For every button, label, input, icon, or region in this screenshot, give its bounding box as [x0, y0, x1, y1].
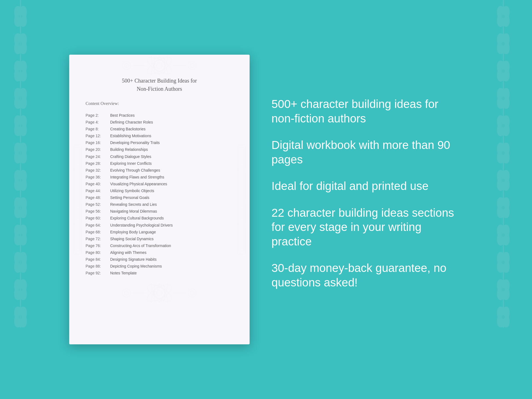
toc-entry-title: Best Practices — [110, 112, 135, 119]
toc-entry-title: Understanding Psychological Drivers — [110, 222, 173, 228]
svg-point-108 — [235, 164, 247, 180]
table-row: Page 60:Exploring Cultural Backgrounds — [86, 215, 233, 222]
svg-rect-102 — [75, 148, 80, 251]
feature-text: 22 character building ideas sections for… — [271, 206, 463, 249]
feature-item-5: 30-day money-back guarantee, no question… — [271, 261, 463, 290]
table-row: Page 68:Employing Body Language — [86, 229, 233, 236]
toc-page-num: Page 56: — [86, 208, 110, 215]
svg-point-0 — [12, 4, 30, 29]
toc-entry-title: Depicting Coping Mechanisms — [110, 263, 162, 269]
svg-point-120 — [124, 291, 129, 295]
features-panel: 500+ character building ideas for non-fi… — [271, 97, 463, 302]
toc-entry-title: Creating Backstories — [110, 126, 145, 132]
toc-page-num: Page 80: — [86, 250, 110, 256]
table-row: Page 2:Best Practices — [86, 112, 233, 119]
feature-text: 500+ character building ideas for non-fi… — [271, 97, 463, 126]
table-row: Page 36:Integrating Flaws and Strengths — [86, 174, 233, 181]
toc-entry-title: Defining Character Roles — [110, 119, 153, 125]
toc-entry-title: Notes Template — [110, 270, 137, 276]
table-row: Page 20:Building Relationships — [86, 146, 233, 153]
feature-text: Ideal for digital and printed use — [271, 179, 463, 193]
content-overview-heading: Content Overview: — [86, 101, 233, 106]
toc-entry-title: Setting Personal Goals — [110, 195, 149, 201]
toc-page-num: Page 12: — [86, 133, 110, 139]
svg-point-119 — [122, 289, 131, 297]
svg-point-95 — [122, 61, 131, 70]
svg-point-114 — [145, 283, 174, 303]
table-row: Page 28:Exploring Inner Conflicts — [86, 160, 233, 167]
toc-page-num: Page 32: — [86, 167, 110, 174]
toc-page-num: Page 64: — [86, 222, 110, 228]
table-row: Page 84:Designing Signature Habits — [86, 256, 233, 263]
content-wrapper: 500+ Character Building Ideas for Non-Fi… — [0, 38, 532, 361]
toc-entry-title: Evolving Through Challenges — [110, 167, 160, 174]
svg-point-87 — [151, 57, 168, 74]
feature-item-4: 22 character building ideas sections for… — [271, 206, 463, 249]
toc-entry-title: Integrating Flaws and Strengths — [110, 174, 164, 180]
svg-point-111 — [151, 285, 168, 301]
feature-text: Digital workbook with more than 90 pages — [271, 138, 463, 167]
svg-rect-107 — [239, 148, 244, 251]
table-row: Page 92:Notes Template — [86, 270, 233, 277]
toc-page-num: Page 40: — [86, 181, 110, 187]
toc-entry-title: Utilizing Symbolic Objects — [110, 188, 154, 194]
svg-point-50 — [495, 4, 512, 29]
svg-point-116 — [154, 283, 165, 303]
table-row: Page 32:Evolving Through Challenges — [86, 167, 233, 174]
toc-entry-title: Crafting Dialogue Styles — [110, 154, 151, 160]
svg-point-104 — [71, 192, 83, 207]
svg-point-2 — [18, 11, 23, 22]
toc-entry-title: Developing Personality Traits — [110, 140, 160, 146]
svg-point-103 — [71, 164, 83, 180]
table-row: Page 80:Aligning with Themes — [86, 249, 233, 256]
svg-point-52 — [501, 11, 505, 22]
svg-rect-101 — [73, 145, 81, 254]
toc-entry-title: Employing Body Language — [110, 229, 156, 235]
toc-page-num: Page 24: — [86, 154, 110, 160]
toc-entry-title: Designing Signature Habits — [110, 256, 157, 263]
toc-page-num: Page 52: — [86, 201, 110, 208]
toc-page-num: Page 76: — [86, 243, 110, 249]
table-of-contents: Page 2:Best PracticesPage 4:Defining Cha… — [86, 112, 233, 277]
toc-entry-title: Exploring Inner Conflicts — [110, 160, 152, 167]
svg-point-109 — [235, 192, 247, 207]
doc-bottom-decoration — [86, 282, 233, 304]
svg-point-113 — [157, 290, 162, 296]
svg-point-97 — [188, 61, 196, 70]
table-row: Page 12:Establishing Motivations — [86, 133, 233, 139]
table-row: Page 8:Creating Backstories — [86, 126, 233, 133]
toc-page-num: Page 68: — [86, 229, 110, 235]
toc-page-num: Page 28: — [86, 160, 110, 167]
toc-page-num: Page 72: — [86, 236, 110, 242]
toc-page-num: Page 4: — [86, 119, 110, 125]
svg-point-1 — [12, 4, 30, 29]
toc-entry-title: Exploring Cultural Backgrounds — [110, 215, 164, 221]
doc-top-decoration — [69, 55, 250, 77]
feature-item-2: Digital workbook with more than 90 pages — [271, 138, 463, 167]
svg-point-51 — [495, 4, 512, 29]
document-title: 500+ Character Building Ideas for Non-Fi… — [86, 77, 233, 93]
doc-title-line1: 500+ Character Building Ideas for — [122, 78, 197, 84]
svg-point-112 — [154, 287, 165, 298]
toc-page-num: Page 48: — [86, 195, 110, 201]
svg-rect-106 — [237, 145, 245, 254]
svg-point-88 — [154, 60, 165, 71]
svg-point-122 — [190, 291, 194, 295]
toc-entry-title: Revealing Secrets and Lies — [110, 201, 157, 208]
svg-point-110 — [235, 219, 247, 234]
table-row: Page 24:Crafting Dialogue Styles — [86, 153, 233, 160]
svg-point-98 — [190, 63, 194, 68]
table-row: Page 4:Defining Character Roles — [86, 119, 233, 126]
table-row: Page 76:Constructing Arcs of Transformat… — [86, 242, 233, 249]
svg-point-92 — [154, 56, 165, 75]
table-row: Page 44:Utilizing Symbolic Objects — [86, 187, 233, 194]
doc-right-decoration — [233, 68, 250, 331]
toc-page-num: Page 20: — [86, 146, 110, 153]
table-row: Page 64:Understanding Psychological Driv… — [86, 222, 233, 229]
toc-entry-title: Navigating Moral Dilemmas — [110, 208, 157, 215]
table-row: Page 56:Navigating Moral Dilemmas — [86, 208, 233, 215]
toc-page-num: Page 2: — [86, 112, 110, 119]
table-row: Page 72:Shaping Social Dynamics — [86, 236, 233, 242]
svg-point-89 — [157, 63, 162, 68]
table-row: Page 16:Developing Personality Traits — [86, 139, 233, 146]
